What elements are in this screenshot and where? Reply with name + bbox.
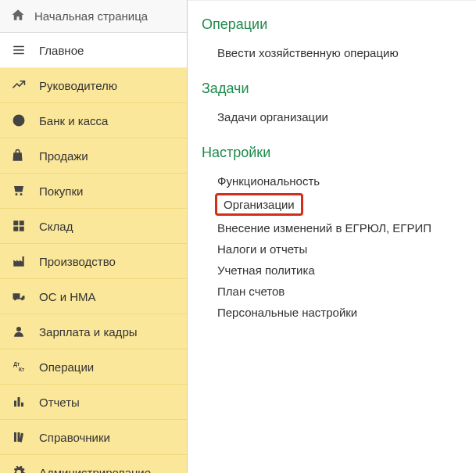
link-functionality[interactable]: Функциональность [202,170,462,192]
cart-icon [11,183,27,199]
nav-item-references[interactable]: Справочники [0,420,187,455]
svg-text:₽: ₽ [17,117,21,124]
link-organizations[interactable]: Организации [215,193,303,216]
home-icon [11,8,25,24]
nav-main[interactable]: Главное [0,33,187,68]
nav-label: Руководителю [39,79,117,92]
home-link[interactable]: Начальная страница [0,0,187,33]
nav-item-purchases[interactable]: Покупки [0,174,187,209]
link-chart-accounts[interactable]: План счетов [202,281,462,302]
section-title: Настройки [202,145,462,161]
nav-label: Производство [39,255,116,268]
nav-label: Продажи [39,149,88,163]
trend-up-icon [11,77,27,93]
grid-icon [11,218,27,234]
books-icon [11,429,27,445]
truck-icon [11,288,27,304]
link-personal-settings[interactable]: Персональные настройки [202,302,462,323]
section-title: Задачи [202,81,462,97]
sidebar: Начальная страница Главное Руководителю … [0,0,188,473]
svg-text:Кт: Кт [19,367,25,372]
bag-icon [11,148,27,163]
home-label: Начальная страница [34,9,148,23]
nav-label: ОС и НМА [39,290,96,303]
link-org-tasks[interactable]: Задачи организации [202,106,462,127]
factory-icon [11,253,27,269]
nav-label: Банк и касса [39,114,108,127]
nav-label: Покупки [39,185,83,198]
link-registry-changes[interactable]: Внесение изменений в ЕГРЮЛ, ЕГРИП [202,217,462,238]
content-panel: Операции Ввести хозяйственную операцию З… [188,0,476,473]
gear-icon [11,464,27,473]
menu-icon [11,42,27,58]
nav-item-sales[interactable]: Продажи [0,138,187,174]
nav-item-operations[interactable]: ДтКт Операции [0,349,187,385]
bar-chart-icon [11,394,27,410]
link-accounting-policy[interactable]: Учетная политика [202,260,462,281]
nav-label: Операции [39,360,94,374]
link-taxes-reports[interactable]: Налоги и отчеты [202,238,462,260]
nav-label: Справочники [39,431,110,444]
nav-item-hr[interactable]: Зарплата и кадры [0,314,187,349]
person-icon [11,324,27,339]
nav-item-bank[interactable]: ₽ Банк и касса [0,103,187,138]
nav-item-reports[interactable]: Отчеты [0,385,187,420]
nav-item-warehouse[interactable]: Склад [0,209,187,244]
section-operations: Операции Ввести хозяйственную операцию [202,16,462,63]
section-title: Операции [202,16,462,33]
nav-item-production[interactable]: Производство [0,244,187,279]
section-settings: Настройки Функциональность Организации В… [202,145,462,323]
nav-item-assets[interactable]: ОС и НМА [0,279,187,314]
app-root: Начальная страница Главное Руководителю … [0,0,476,473]
nav-label: Администрирование [39,466,151,474]
nav-main-label: Главное [39,44,84,57]
ruble-icon: ₽ [11,113,27,128]
debit-credit-icon: ДтКт [11,359,27,374]
nav-label: Зарплата и кадры [39,325,138,339]
section-tasks: Задачи Задачи организации [202,81,462,127]
link-enter-operation[interactable]: Ввести хозяйственную операцию [202,42,462,63]
nav-item-admin[interactable]: Администрирование [0,455,187,473]
nav-item-manager[interactable]: Руководителю [0,68,187,103]
nav-label: Склад [39,220,73,233]
nav-label: Отчеты [39,396,80,409]
